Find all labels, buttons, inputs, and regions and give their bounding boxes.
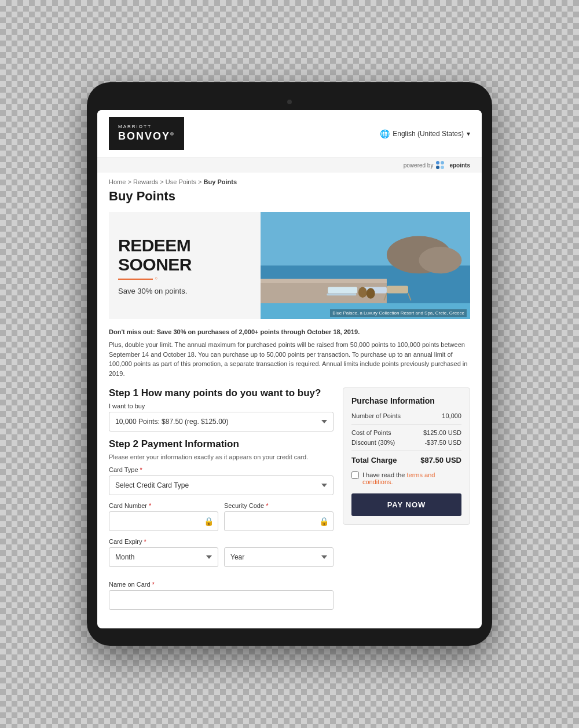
total-label: Total Charge: [351, 456, 397, 464]
total-row: Total Charge $87.50 USD: [351, 456, 461, 464]
svg-rect-12: [387, 286, 408, 294]
breadcrumb-rewards[interactable]: Rewards: [133, 178, 158, 185]
svg-rect-7: [328, 287, 357, 294]
promo-left: REDEEM SOONER Save 30% on points.: [109, 212, 261, 319]
svg-rect-5: [261, 279, 387, 283]
terms-checkbox[interactable]: [351, 471, 359, 479]
lock-icon-card: 🔒: [204, 517, 214, 526]
promo-detail: Plus, double your limit. The annual maxi…: [109, 340, 470, 378]
step2-heading: Step 2 Payment Information: [109, 438, 334, 450]
terms-row: I have read the terms and conditions.: [351, 471, 461, 485]
tablet-frame: MARRIOTT BONVOY® 🌐 English (United State…: [87, 82, 492, 646]
expiry-row: Month 0102 0304 0506 0708 0910 1112: [109, 547, 334, 574]
points-select-wrap: 10,000 Points: $87.50 (reg. $125.00) 5,0…: [109, 412, 334, 431]
security-code-wrap: 🔒: [224, 511, 334, 531]
card-expiry-label: Card Expiry *: [109, 538, 334, 545]
language-label: English (United States): [393, 130, 464, 138]
promo-underline: [118, 279, 153, 280]
purchase-divider1: [351, 424, 461, 425]
left-column: Step 1 How many points do you want to bu…: [109, 387, 334, 617]
svg-point-11: [367, 288, 375, 299]
promo-image-caption: Blue Palace, a Luxury Collection Resort …: [330, 309, 467, 317]
breadcrumb: Home > Rewards > Use Points > Buy Points: [109, 173, 470, 189]
logo-marriott: MARRIOTT: [118, 124, 175, 130]
page-content: Home > Rewards > Use Points > Buy Points…: [97, 173, 482, 628]
num-points-row: Number of Points 10,000: [351, 412, 461, 419]
epoints-logo-dots: [436, 161, 446, 169]
right-column: Purchase Information Number of Points 10…: [343, 387, 470, 525]
breadcrumb-use-points[interactable]: Use Points: [166, 178, 196, 185]
year-select-wrap: Year 20192020 20212022 20232024 2025: [224, 547, 334, 567]
tablet-screen: MARRIOTT BONVOY® 🌐 English (United State…: [97, 110, 482, 629]
discount-row: Discount (30%) -$37.50 USD: [351, 439, 461, 446]
page-title: Buy Points: [109, 189, 470, 204]
promo-scene-svg: [261, 212, 470, 319]
card-number-row: Card Number * 🔒 Security Code * 🔒: [109, 502, 334, 531]
card-type-group: Card Type * Select Credit Card Type Visa…: [109, 466, 334, 495]
promo-image: Blue Palace, a Luxury Collection Resort …: [261, 212, 470, 319]
total-value: $87.50 USD: [420, 456, 461, 464]
lock-icon-security: 🔒: [319, 517, 329, 526]
logo-area: MARRIOTT BONVOY®: [109, 117, 184, 151]
breadcrumb-home[interactable]: Home: [109, 178, 126, 185]
year-select[interactable]: Year 20192020 20212022 20232024 2025: [224, 547, 334, 567]
purchase-divider2: [351, 451, 461, 451]
name-on-card-label: Name on Card *: [109, 581, 334, 588]
promo-notice: Don't miss out: Save 30% on purchases of…: [109, 328, 470, 335]
svg-rect-8: [327, 294, 356, 296]
points-select-group: I want to buy 10,000 Points: $87.50 (reg…: [109, 403, 334, 431]
security-code-input[interactable]: [224, 511, 334, 531]
logo-bonvoy: BONVOY®: [118, 130, 175, 143]
cost-row: Cost of Points $125.00 USD: [351, 429, 461, 436]
card-type-label: Card Type *: [109, 466, 334, 473]
card-type-select[interactable]: Select Credit Card Type Visa Mastercard …: [109, 475, 334, 495]
epoints-text: epoints: [449, 162, 470, 169]
name-on-card-input[interactable]: [109, 590, 334, 610]
purchase-info-title: Purchase Information: [351, 396, 461, 405]
chevron-down-icon: ▾: [467, 130, 470, 138]
promo-subtext: Save 30% on points.: [118, 287, 251, 295]
step1-heading: Step 1 How many points do you want to bu…: [109, 387, 334, 399]
num-points-label: Number of Points: [351, 412, 401, 419]
site-header: MARRIOTT BONVOY® 🌐 English (United State…: [97, 110, 482, 173]
cost-value: $125.00 USD: [423, 429, 461, 436]
points-label: I want to buy: [109, 403, 334, 409]
promo-banner: REDEEM SOONER Save 30% on points.: [109, 212, 470, 319]
cost-label: Cost of Points: [351, 429, 391, 436]
discount-value: -$37.50 USD: [424, 439, 461, 446]
two-col-layout: Step 1 How many points do you want to bu…: [109, 387, 470, 617]
card-number-input[interactable]: [109, 511, 218, 531]
powered-by-text: powered by: [404, 162, 434, 169]
name-on-card-group: Name on Card *: [109, 581, 334, 610]
month-select-wrap: Month 0102 0304 0506 0708 0910 1112: [109, 547, 218, 567]
pay-now-button[interactable]: PAY NOW: [351, 493, 461, 516]
terms-text: I have read the terms and conditions.: [362, 471, 461, 485]
tablet-camera: [287, 100, 292, 104]
breadcrumb-current: Buy Points: [204, 178, 237, 185]
month-select[interactable]: Month 0102 0304 0506 0708 0910 1112: [109, 547, 218, 567]
globe-icon: 🌐: [380, 129, 390, 138]
card-number-label: Card Number *: [109, 502, 218, 509]
card-expiry-group: Card Expiry * Month 0102 0304 0506 0708 …: [109, 538, 334, 574]
header-top: MARRIOTT BONVOY® 🌐 English (United State…: [97, 110, 482, 158]
card-number-col: Card Number * 🔒: [109, 502, 218, 531]
promo-headline: REDEEM SOONER: [118, 236, 251, 274]
powered-bar: powered by epoints: [97, 158, 482, 173]
security-code-col: Security Code * 🔒: [224, 502, 334, 531]
language-selector[interactable]: 🌐 English (United States) ▾: [380, 129, 470, 138]
points-select[interactable]: 10,000 Points: $87.50 (reg. $125.00) 5,0…: [109, 412, 334, 431]
security-code-label: Security Code *: [224, 502, 334, 509]
num-points-value: 10,000: [442, 412, 461, 419]
purchase-info-box: Purchase Information Number of Points 10…: [343, 387, 470, 525]
card-type-select-wrap: Select Credit Card Type Visa Mastercard …: [109, 475, 334, 495]
card-number-wrap: 🔒: [109, 511, 218, 531]
discount-label: Discount (30%): [351, 439, 395, 446]
step2-sublabel: Please enter your information exactly as…: [109, 453, 334, 460]
promo-right: Blue Palace, a Luxury Collection Resort …: [261, 212, 470, 319]
svg-point-3: [419, 247, 462, 274]
svg-point-10: [358, 287, 367, 298]
